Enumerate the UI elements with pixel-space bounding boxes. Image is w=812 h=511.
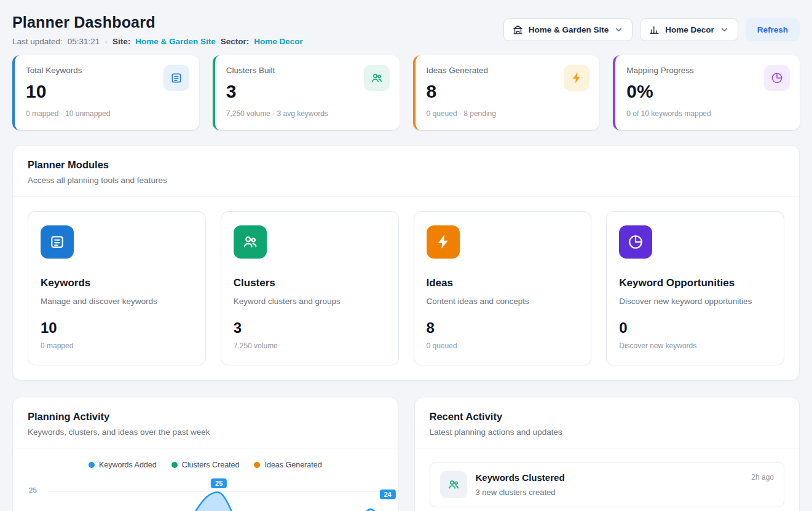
planning-activity-subtitle: Keywords, clusters, and ideas over the p… [28,427,383,437]
stat-caption: 0 of 10 keywords mapped [626,109,789,118]
sector-label: Sector: [221,37,250,46]
activity-item-title: Keywords Clustered [476,471,743,483]
chart-legend: Keywords Added Clusters Created Ideas Ge… [28,461,383,469]
refresh-button[interactable]: Refresh [746,18,800,41]
sector-selector[interactable]: Home Decor [640,18,738,41]
meta-separator: · [104,37,108,46]
legend-dot-icon [254,462,260,468]
stat-card-ideas-generated: Ideas Generated 8 0 queued · 8 pending [413,55,600,130]
module-title: Ideas [427,277,579,289]
module-value: 3 [234,319,386,337]
module-card-keyword-opportunities[interactable]: Keyword Opportunities Discover new keywo… [606,211,784,365]
bottom-row: Planning Activity Keywords, clusters, an… [12,397,800,511]
stat-card-clusters-built: Clusters Built 3 7,250 volume · 3 avg ke… [213,55,400,130]
building-icon [513,25,523,35]
site-label: Site: [112,37,130,46]
lightning-icon [564,65,589,91]
pie-icon [764,65,790,91]
stat-caption: 0 mapped · 10 unmapped [26,109,188,118]
legend-label: Ideas Generated [264,461,321,469]
planner-dashboard-page: Planner Dashboard Last updated: 05:31:21… [0,0,812,511]
users-icon [364,65,390,91]
site-selector-value: Home & Garden Site [529,25,609,34]
activity-list-item: Keywords Clustered 3 new clusters create… [430,462,785,507]
module-description: Manage and discover keywords [41,297,193,306]
legend-item-keywords-added: Keywords Added [89,461,157,469]
stats-row: Total Keywords 10 0 mapped · 10 unmapped… [12,55,800,130]
legend-dot-icon [89,462,95,468]
module-title: Clusters [234,277,386,289]
activity-item-description: 3 new clusters created [476,488,743,497]
recent-activity-list: Keywords Clustered 3 new clusters create… [415,448,800,511]
planning-activity-panel: Planning Activity Keywords, clusters, an… [12,397,398,511]
activity-chart: Keywords Added Clusters Created Ideas Ge… [13,448,398,511]
module-card-ideas[interactable]: Ideas Content ideas and concepts 8 0 que… [414,211,592,365]
module-title: Keyword Opportunities [619,277,771,289]
module-card-clusters[interactable]: Clusters Keyword clusters and groups 3 7… [221,211,399,365]
stat-caption: 7,250 volume · 3 avg keywords [226,109,388,118]
module-caption: Discover new keywords [619,341,771,350]
chevron-down-icon [720,25,729,34]
chevron-down-icon [614,25,623,34]
sector-selector-value: Home Decor [665,25,714,34]
users-icon [440,471,467,498]
document-icon [164,65,189,91]
legend-item-ideas-generated: Ideas Generated [254,461,321,469]
stat-caption: 0 queued · 8 pending [427,109,589,118]
activity-item-timestamp: 2h ago [751,471,774,482]
header-meta: Last updated: 05:31:21 · Site: Home & Ga… [12,37,303,46]
modules-title: Planner Modules [28,159,784,171]
modules-grid: Keywords Manage and discover keywords 10… [13,197,799,380]
planning-activity-title: Planning Activity [28,411,383,423]
stat-card-mapping-progress: Mapping Progress 0% 0 of 10 keywords map… [613,55,800,130]
pie-icon [619,225,652,259]
module-value: 10 [41,319,193,337]
document-icon [41,225,74,259]
recent-activity-subtitle: Latest planning actions and updates [430,427,785,437]
module-title: Keywords [41,277,193,289]
module-caption: 0 mapped [41,341,193,350]
module-description: Keyword clusters and groups [234,297,386,306]
lightning-icon [427,225,460,259]
data-point-label: 25 [211,478,227,488]
data-point-label: 24 [379,490,395,499]
header-left: Planner Dashboard Last updated: 05:31:21… [12,11,303,46]
site-link[interactable]: Home & Garden Site [135,37,216,46]
module-description: Discover new keyword opportunities [619,297,771,306]
activity-item-content: Keywords Clustered 3 new clusters create… [476,471,743,497]
header-controls: Home & Garden Site Home Decor Refresh [503,18,800,41]
recent-activity-title: Recent Activity [430,411,785,423]
module-card-keywords[interactable]: Keywords Manage and discover keywords 10… [28,211,206,365]
line-chart: 25 25 24 [28,482,383,511]
planner-modules-panel: Planner Modules Access all planning tool… [12,145,800,381]
module-value: 0 [619,319,771,337]
module-value: 8 [427,319,579,337]
page-header: Planner Dashboard Last updated: 05:31:21… [12,11,800,46]
y-axis-tick: 25 [29,486,37,494]
legend-item-clusters-created: Clusters Created [171,461,240,469]
modules-header: Planner Modules Access all planning tool… [13,146,799,197]
last-updated-label: Last updated: [12,37,63,46]
page-title: Planner Dashboard [12,14,303,31]
module-caption: 0 queued [427,341,579,350]
recent-activity-panel: Recent Activity Latest planning actions … [414,397,800,511]
users-icon [234,225,267,259]
legend-label: Keywords Added [99,461,157,469]
legend-dot-icon [171,462,178,468]
planning-activity-header: Planning Activity Keywords, clusters, an… [13,397,398,448]
last-updated-value: 05:31:21 [68,37,100,46]
module-caption: 7,250 volume [234,341,386,350]
module-description: Content ideas and concepts [427,297,579,306]
site-selector[interactable]: Home & Garden Site [503,18,633,41]
stat-card-total-keywords: Total Keywords 10 0 mapped · 10 unmapped [12,55,199,130]
sector-link[interactable]: Home Decor [254,37,303,46]
recent-activity-header: Recent Activity Latest planning actions … [415,397,800,448]
bar-chart-icon [649,25,660,35]
modules-subtitle: Access all planning tools and features [28,176,784,185]
legend-label: Clusters Created [182,461,240,469]
